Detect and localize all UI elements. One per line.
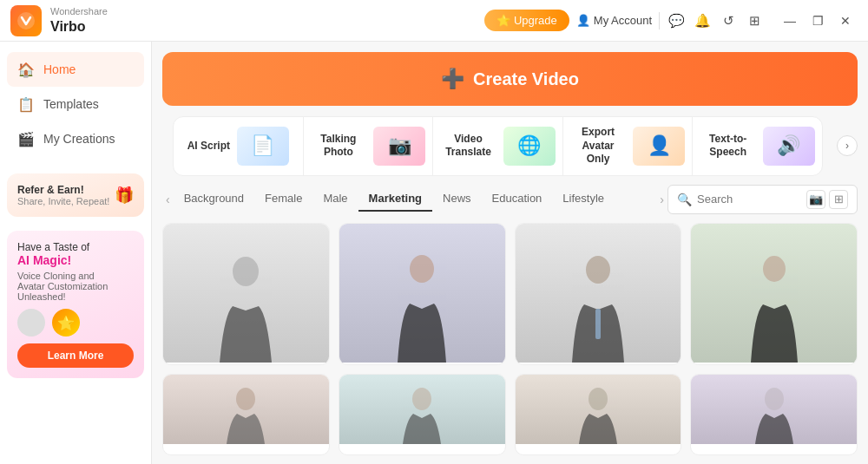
avatar-label-scarlett-business: Scarlett - Business bbox=[339, 363, 505, 365]
features-next-arrow[interactable]: › bbox=[837, 135, 858, 156]
app-logo-area: Wondershare Virbo bbox=[10, 5, 108, 36]
upgrade-button[interactable]: ⭐ Upgrade bbox=[484, 10, 569, 31]
svg-point-7 bbox=[412, 388, 431, 410]
templates-icon: 📋 bbox=[17, 95, 35, 113]
ai-script-label: AI Script bbox=[187, 140, 230, 154]
svg-point-0 bbox=[17, 12, 35, 29]
talking-photo-thumb: 📷 bbox=[373, 127, 425, 166]
content-area: ➕ Create Video AI Script 📄 Talking Photo bbox=[152, 42, 868, 464]
sidebar-item-creations-label: My Creations bbox=[43, 132, 115, 146]
message-icon[interactable]: 💬 bbox=[667, 11, 686, 30]
feature-ai-script[interactable]: AI Script 📄 bbox=[174, 117, 304, 175]
refer-earn-promo[interactable]: Refer & Earn! Share, Invite, Repeat! 🎁 bbox=[7, 173, 144, 217]
app-logo-icon bbox=[10, 5, 42, 36]
maximize-button[interactable]: ❐ bbox=[806, 9, 830, 33]
avatar-img-scarlett-host bbox=[691, 224, 857, 363]
avatar-grid: Bowen - Anchor Scarlett - Business bbox=[162, 223, 858, 455]
feature-talking-photo-layout: Talking Photo 📷 bbox=[311, 127, 426, 166]
tab-female[interactable]: Female bbox=[254, 186, 312, 212]
promo-badge: 🎁 bbox=[115, 186, 134, 205]
avatar-img-scarlett-business bbox=[339, 224, 505, 363]
tab-male[interactable]: Male bbox=[312, 186, 358, 212]
bell-icon[interactable]: 🔔 bbox=[693, 11, 712, 30]
export-avatar-label: Export Avatar Only bbox=[570, 126, 627, 167]
talking-photo-label: Talking Photo bbox=[311, 133, 367, 160]
search-magnifier-icon: 🔍 bbox=[677, 193, 692, 206]
sidebar-item-templates[interactable]: 📋 Templates bbox=[7, 87, 144, 121]
sidebar-item-home[interactable]: 🏠 Home bbox=[7, 52, 144, 87]
grid-icon[interactable]: ⊞ bbox=[745, 11, 764, 30]
search-action-icons: 📷 ⊞ bbox=[806, 190, 848, 209]
account-button[interactable]: 👤 My Account bbox=[576, 14, 652, 27]
magic-intro: Have a Taste of bbox=[17, 241, 134, 253]
learn-more-button[interactable]: Learn More bbox=[17, 343, 134, 368]
ai-magic-promo: Have a Taste of AI Magic! Voice Cloning … bbox=[7, 231, 144, 378]
tab-news[interactable]: News bbox=[432, 186, 482, 212]
tts-label: Text-to-Speech bbox=[700, 133, 756, 160]
avatar-label-8 bbox=[691, 444, 857, 454]
sidebar: 🏠 Home 📋 Templates 🎬 My Creations Refer … bbox=[0, 42, 152, 464]
magic-body: Voice Cloning and Avatar Customization U… bbox=[17, 271, 134, 302]
avatar-card-5[interactable] bbox=[162, 374, 330, 455]
title-bar: Wondershare Virbo ⭐ Upgrade 👤 My Account… bbox=[0, 0, 868, 42]
create-banner-label: Create Video bbox=[473, 69, 579, 89]
svg-point-8 bbox=[589, 388, 608, 410]
feature-video-translate[interactable]: Video Translate 🌐 bbox=[433, 117, 563, 175]
avatar-img-bowen-business bbox=[516, 224, 681, 363]
avatar-label-bowen-business: BoWen - Business bbox=[516, 363, 681, 365]
feature-ai-script-layout: AI Script 📄 bbox=[181, 127, 296, 166]
window-controls: — ❐ ✕ bbox=[778, 9, 858, 33]
star-badge: ⭐ bbox=[52, 309, 80, 337]
feature-cards: AI Script 📄 Talking Photo 📷 bbox=[173, 116, 823, 176]
create-video-banner[interactable]: ➕ Create Video bbox=[162, 52, 858, 106]
title-bar-controls: ⭐ Upgrade 👤 My Account 💬 🔔 ↺ ⊞ — ❐ ✕ bbox=[484, 9, 858, 33]
avatar-card-scarlett-host[interactable]: Scarlett - Host bbox=[690, 223, 858, 365]
filter-next-arrow[interactable]: › bbox=[656, 193, 667, 206]
avatar-card-scarlett-business[interactable]: Scarlett - Business bbox=[339, 223, 506, 365]
tab-lifestyle[interactable]: Lifestyle bbox=[552, 186, 615, 212]
avatar-card-7[interactable] bbox=[515, 374, 682, 455]
avatar-card-bowen-business[interactable]: BoWen - Business bbox=[515, 223, 682, 365]
search-box: 🔍 📷 ⊞ bbox=[667, 185, 858, 214]
avatar-card-6[interactable] bbox=[339, 374, 506, 455]
feature-export-avatar[interactable]: Export Avatar Only 👤 bbox=[563, 117, 694, 175]
filter-tabs: Background Female Male Marketing News Ed… bbox=[174, 186, 657, 212]
avatar-card-bowen-anchor[interactable]: Bowen - Anchor bbox=[162, 223, 330, 365]
avatar-img-6 bbox=[339, 375, 505, 444]
main-layout: 🏠 Home 📋 Templates 🎬 My Creations Refer … bbox=[0, 42, 868, 464]
svg-point-9 bbox=[765, 388, 784, 410]
divider bbox=[659, 12, 660, 29]
avatar-preview-1 bbox=[17, 309, 45, 337]
export-avatar-thumb: 👤 bbox=[633, 127, 685, 166]
svg-rect-4 bbox=[595, 309, 601, 339]
refer-earn-title: Refer & Earn! bbox=[17, 184, 109, 196]
filter-row: ‹ Background Female Male Marketing News … bbox=[162, 185, 858, 214]
account-icon: 👤 bbox=[576, 14, 590, 27]
video-translate-thumb: 🌐 bbox=[503, 127, 556, 166]
refresh-icon[interactable]: ↺ bbox=[719, 11, 738, 30]
grid-search-icon[interactable]: ⊞ bbox=[829, 190, 848, 209]
sidebar-item-home-label: Home bbox=[43, 62, 76, 76]
avatar-label-bowen-anchor: Bowen - Anchor bbox=[163, 363, 329, 365]
home-icon: 🏠 bbox=[17, 61, 35, 78]
feature-talking-photo[interactable]: Talking Photo 📷 bbox=[304, 117, 434, 175]
feature-video-translate-layout: Video Translate 🌐 bbox=[440, 127, 556, 166]
camera-search-icon[interactable]: 📷 bbox=[806, 190, 825, 209]
close-button[interactable]: ✕ bbox=[833, 9, 858, 33]
creations-icon: 🎬 bbox=[17, 130, 35, 147]
app-title: Virbo bbox=[50, 18, 108, 35]
svg-point-1 bbox=[233, 257, 259, 286]
avatar-img-7 bbox=[516, 375, 681, 444]
tab-marketing[interactable]: Marketing bbox=[358, 186, 432, 212]
filter-prev-arrow[interactable]: ‹ bbox=[162, 193, 174, 206]
avatar-card-8[interactable] bbox=[690, 374, 858, 455]
search-input[interactable] bbox=[697, 193, 801, 206]
minimize-button[interactable]: — bbox=[778, 9, 802, 33]
tab-background[interactable]: Background bbox=[174, 186, 254, 212]
feature-text-to-speech[interactable]: Text-to-Speech 🔊 bbox=[693, 117, 822, 175]
svg-point-2 bbox=[410, 255, 434, 283]
sidebar-nav: 🏠 Home 📋 Templates 🎬 My Creations bbox=[0, 42, 151, 167]
tab-education[interactable]: Education bbox=[482, 186, 553, 212]
create-icon: ➕ bbox=[441, 68, 464, 90]
sidebar-item-my-creations[interactable]: 🎬 My Creations bbox=[7, 121, 144, 156]
